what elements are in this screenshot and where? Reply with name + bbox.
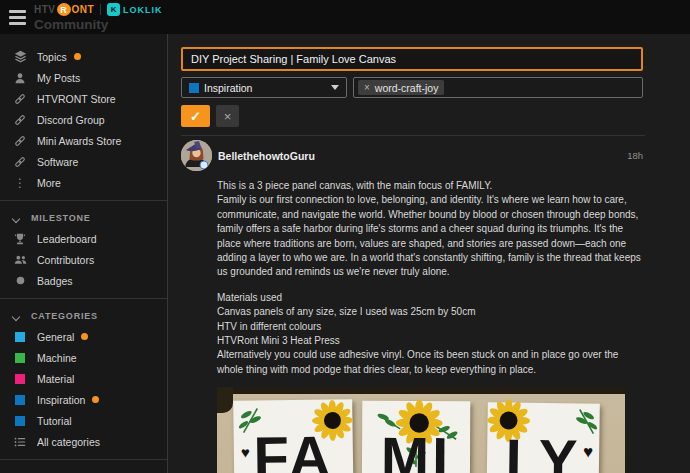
post-text-line: HTV in different colours <box>217 320 645 334</box>
site-logo[interactable]: HTV R ONT K LOKLIK Community <box>34 0 163 32</box>
hamburger-menu-icon[interactable] <box>0 0 34 34</box>
paragraph-gap <box>217 280 645 291</box>
canvas-panel: MI <box>362 401 471 473</box>
post-timestamp[interactable]: 18h <box>627 150 643 161</box>
tag-chip: × word-craft-joy <box>358 80 444 95</box>
sidebar-item-category-material[interactable]: Material <box>0 368 167 389</box>
category-color-swatch <box>15 353 25 363</box>
photo-shadow-corner <box>217 387 233 413</box>
htvront-logo-prefix: HTV <box>34 4 56 15</box>
canvas-panel: ♥ FA <box>233 399 354 473</box>
remove-tag-icon[interactable]: × <box>364 82 370 93</box>
logo-divider <box>100 4 101 15</box>
category-color-swatch <box>15 374 25 384</box>
topic-title-input[interactable] <box>181 47 643 71</box>
sidebar-item-leaderboard[interactable]: Leaderboard <box>0 228 167 249</box>
category-color-swatch <box>189 83 199 93</box>
sidebar-item-category-general[interactable]: General <box>0 326 167 347</box>
list-icon <box>13 435 27 449</box>
unread-dot <box>74 53 81 60</box>
app-header: HTV R ONT K LOKLIK Community <box>0 0 690 34</box>
main-content: Inspiration × word-craft-joy ✓ × <box>168 34 690 473</box>
link-icon <box>13 155 27 169</box>
avatar[interactable] <box>181 140 212 171</box>
link-icon <box>13 92 27 106</box>
sidebar: Topics My Posts HTVRONT Store Discord Gr… <box>0 34 168 473</box>
user-icon <box>13 71 27 85</box>
panel-letters: LY <box>487 453 599 469</box>
sidebar-section-milestone[interactable]: MILESTONE <box>0 208 167 228</box>
post-text-line: Alternatively you could use adhesive vin… <box>217 348 645 377</box>
sidebar-item-my-posts[interactable]: My Posts <box>0 67 167 88</box>
sidebar-item-software[interactable]: Software <box>0 151 167 172</box>
topic-title-editor: Inspiration × word-craft-joy ✓ × <box>181 47 643 127</box>
htvront-logo-suffix: ONT <box>72 4 95 15</box>
sidebar-item-mini-awards-store[interactable]: Mini Awards Store <box>0 130 167 151</box>
sidebar-item-discord-group[interactable]: Discord Group <box>0 109 167 130</box>
category-color-swatch <box>15 332 25 342</box>
sidebar-divider <box>0 200 167 201</box>
panel-letters: MI <box>362 451 470 466</box>
users-icon <box>13 253 27 267</box>
sidebar-section-categories[interactable]: CATEGORIES <box>0 306 167 326</box>
canvas-panel: ♥ LY <box>486 403 600 473</box>
post-text-line: Family is our first connection to love, … <box>217 193 645 279</box>
sidebar-item-htvront-store[interactable]: HTVRONT Store <box>0 88 167 109</box>
sidebar-item-more[interactable]: ⋮ More <box>0 172 167 193</box>
unread-dot <box>81 333 88 340</box>
category-color-swatch <box>15 395 25 405</box>
tag-input[interactable]: × word-craft-joy <box>353 77 643 98</box>
ellipsis-v-icon: ⋮ <box>13 176 27 190</box>
post-text-line: Canvas panels of any size, size I used w… <box>217 305 645 319</box>
post-text-line: HTVRont Mini 3 Heat Press <box>217 334 645 348</box>
sidebar-item-badges[interactable]: Badges <box>0 270 167 291</box>
panel-letters: FA <box>234 449 353 465</box>
sidebar-item-topics[interactable]: Topics <box>0 46 167 67</box>
community-subtitle: Community <box>34 17 163 32</box>
tag-label: word-craft-joy <box>375 82 439 94</box>
category-color-swatch <box>15 416 25 426</box>
sidebar-item-category-machine[interactable]: Machine <box>0 347 167 368</box>
link-icon <box>13 113 27 127</box>
unread-dot <box>92 396 99 403</box>
chevron-down-icon <box>13 215 20 222</box>
loklik-logo-text: LOKLIK <box>123 5 163 15</box>
category-select[interactable]: Inspiration <box>181 77 347 98</box>
photo-shadow-strip <box>217 387 625 394</box>
chevron-down-icon <box>13 313 20 320</box>
loklik-icon: K <box>107 3 120 16</box>
topic-post: BellethehowtoGuru 18h This is a 3 piece … <box>181 135 645 473</box>
sidebar-divider <box>0 459 167 460</box>
confirm-edit-button[interactable]: ✓ <box>181 105 210 127</box>
sidebar-divider <box>0 298 167 299</box>
cancel-edit-button[interactable]: × <box>216 105 239 127</box>
sidebar-item-contributors[interactable]: Contributors <box>0 249 167 270</box>
post-text-line: This is a 3 piece panel canvas, with the… <box>217 179 645 193</box>
link-icon <box>13 134 27 148</box>
htvront-r-icon: R <box>57 3 71 16</box>
post-image-family-canvas[interactable]: ♥ FA <box>217 387 625 473</box>
sidebar-item-category-inspiration[interactable]: Inspiration <box>0 389 167 410</box>
sidebar-item-all-categories[interactable]: All categories <box>0 431 167 452</box>
badge-icon <box>13 274 27 288</box>
sidebar-item-category-tutorial[interactable]: Tutorial <box>0 410 167 431</box>
sidebar-section-tags[interactable]: TAGS <box>0 467 167 473</box>
post-body: This is a 3 piece panel canvas, with the… <box>217 179 645 473</box>
post-author[interactable]: BellethehowtoGuru <box>218 150 627 162</box>
chevron-down-icon <box>331 85 339 90</box>
layers-icon <box>13 50 27 64</box>
post-text-line: Materials used <box>217 291 645 305</box>
trophy-icon <box>13 232 27 246</box>
